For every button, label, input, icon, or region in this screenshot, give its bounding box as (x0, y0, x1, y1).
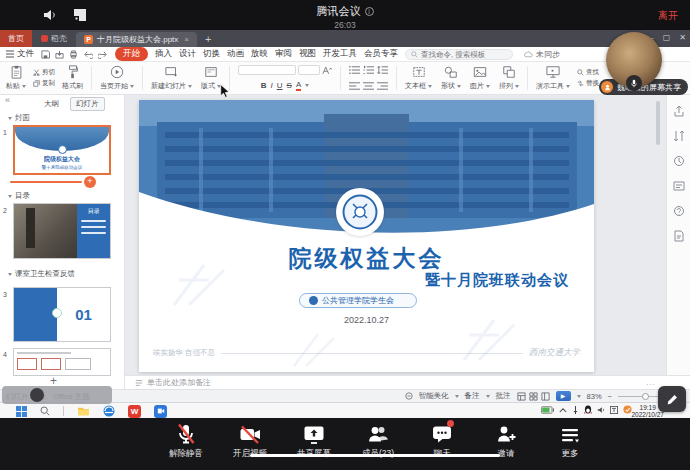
menu-design[interactable]: 设计 (179, 48, 196, 60)
underline-button[interactable]: U (277, 81, 283, 90)
menu-view[interactable]: 视图 (299, 48, 316, 60)
slide-date[interactable]: 2022.10.27 (139, 315, 594, 325)
cut-button[interactable]: 剪切 (33, 68, 55, 77)
beautify-button[interactable]: 智能美化 (419, 391, 449, 401)
close-button[interactable]: ✕ (679, 33, 686, 42)
org-badge[interactable]: 公共管理学院学生会 (299, 293, 417, 308)
grow-font-icon[interactable] (322, 66, 332, 75)
tab-close-icon[interactable]: × (184, 35, 189, 44)
menu-member[interactable]: 会员专享 (364, 48, 398, 60)
font-color-button[interactable]: A (296, 80, 301, 91)
insert-slide-button[interactable]: + (84, 176, 96, 188)
meeting-float-bar[interactable] (2, 386, 112, 404)
slide-thumbnail-1[interactable]: 院级权益大会 暨十月院班联动会议 (13, 125, 111, 175)
paste-button[interactable]: 粘贴 (4, 64, 28, 92)
tab-slides[interactable]: 幻灯片 (70, 97, 105, 111)
align-center-icon[interactable] (363, 81, 374, 91)
file-menu[interactable]: 文件 (6, 48, 34, 60)
new-tab-button[interactable]: + (197, 30, 219, 47)
present-tools-button[interactable]: 演示工具 (534, 64, 572, 92)
ime-icon[interactable] (610, 406, 618, 414)
file-explorer-icon[interactable] (77, 406, 90, 417)
zoom-slider-knob[interactable] (642, 393, 649, 400)
volume-icon[interactable] (597, 406, 605, 414)
redo-icon[interactable] (98, 50, 108, 59)
align-right-icon[interactable] (377, 81, 388, 91)
slide-thumbnail-3[interactable]: 01 (13, 287, 111, 342)
align-left-icon[interactable] (349, 81, 360, 91)
line-spacing-icon[interactable] (377, 65, 388, 75)
slideshow-play-button[interactable]: ▶ (556, 391, 571, 401)
wps-app-icon[interactable]: W (128, 405, 141, 418)
annotation-tool-button[interactable] (658, 386, 686, 412)
menu-insert[interactable]: 插入 (155, 48, 172, 60)
panel-animation-icon[interactable] (673, 155, 685, 167)
panel-sort-icon[interactable] (673, 130, 685, 142)
replace-button[interactable]: 替换 (577, 79, 599, 88)
panel-help-icon[interactable] (673, 205, 685, 217)
pin-icon[interactable] (572, 406, 579, 414)
collapse-panel-button[interactable]: « (5, 95, 10, 105)
print-icon[interactable] (69, 50, 78, 59)
undo-icon[interactable] (83, 50, 93, 59)
panel-share-icon[interactable] (673, 105, 685, 117)
play-from-current-button[interactable]: 当页开始 (98, 64, 136, 92)
notes-bar[interactable]: 单击此处添加备注 ... (125, 375, 690, 389)
copy-button[interactable]: 复制 (33, 79, 55, 88)
zoom-percent[interactable]: 83% (587, 392, 602, 401)
arrange-button[interactable]: 排列 (497, 64, 521, 92)
new-slide-button[interactable]: 新建幻灯片 (149, 64, 194, 92)
font-family-select[interactable] (238, 65, 296, 75)
shape-button[interactable]: 形状 (439, 64, 463, 92)
normal-view-icon[interactable] (517, 392, 526, 401)
tab-docer[interactable]: 稻壳 (32, 30, 76, 47)
status-notes-button[interactable]: 备注 (465, 391, 480, 401)
notes-more-button[interactable]: ... (646, 378, 656, 387)
info-icon[interactable]: i (365, 7, 374, 16)
sorter-view-icon[interactable] (529, 392, 538, 401)
find-button[interactable]: 查找 (577, 68, 599, 77)
taskbar-search-icon[interactable] (40, 406, 50, 416)
menu-slideshow[interactable]: 放映 (251, 48, 268, 60)
numbered-list-icon[interactable] (363, 65, 374, 75)
section-hygiene[interactable]: 课室卫生检查反馈 (8, 269, 75, 279)
slide-editor[interactable]: 院级权益大会 暨十月院班联动会议 公共管理学院学生会 2022.10.27 竢实… (139, 100, 594, 372)
vertical-scrollbar[interactable] (656, 101, 660, 145)
menu-start[interactable]: 开始 (115, 47, 148, 61)
font-more-caret[interactable] (305, 84, 309, 87)
more-button[interactable]: 更多 (544, 422, 596, 460)
tray-expand-icon[interactable] (559, 407, 567, 413)
search-input[interactable] (421, 50, 507, 59)
bold-button[interactable]: B (261, 81, 267, 90)
menu-devtools[interactable]: 开发工具 (323, 48, 357, 60)
panel-export-icon[interactable] (673, 230, 685, 242)
zoom-slider[interactable] (618, 396, 660, 397)
tab-outline[interactable]: 大纲 (44, 99, 59, 109)
panel-properties-icon[interactable] (673, 180, 685, 192)
unmute-button[interactable]: 解除静音 (160, 422, 212, 460)
menu-review[interactable]: 审阅 (275, 48, 292, 60)
output-icon[interactable] (55, 50, 64, 59)
leave-button[interactable]: 离开 (658, 9, 678, 23)
meeting-app-icon[interactable] (154, 405, 167, 418)
slide-thumbnail-2[interactable]: 目录 (13, 203, 111, 259)
reading-view-icon[interactable] (541, 392, 550, 401)
tab-home[interactable]: 首页 (0, 30, 32, 47)
webcam-preview[interactable] (606, 32, 662, 88)
status-comments-button[interactable]: 批注 (496, 391, 511, 401)
slide-subtitle[interactable]: 暨十月院班联动会议 (425, 271, 569, 290)
save-icon[interactable] (41, 50, 50, 59)
menu-transition[interactable]: 切换 (203, 48, 220, 60)
qq-icon[interactable] (584, 405, 592, 414)
textbox-button[interactable]: 文本框 (403, 64, 434, 92)
section-contents[interactable]: 目录 (8, 191, 30, 201)
zoom-out-button[interactable]: − (608, 392, 612, 401)
slide-thumbnail-4[interactable] (13, 348, 111, 376)
italic-button[interactable]: I (271, 81, 273, 90)
browser-icon[interactable] (103, 405, 115, 417)
battery-icon[interactable] (541, 406, 554, 414)
command-search[interactable] (405, 49, 513, 60)
picture-button[interactable]: 图片 (468, 64, 492, 92)
bullet-list-icon[interactable] (349, 65, 360, 75)
slide-canvas[interactable]: 院级权益大会 暨十月院班联动会议 公共管理学院学生会 2022.10.27 竢实… (125, 95, 666, 375)
